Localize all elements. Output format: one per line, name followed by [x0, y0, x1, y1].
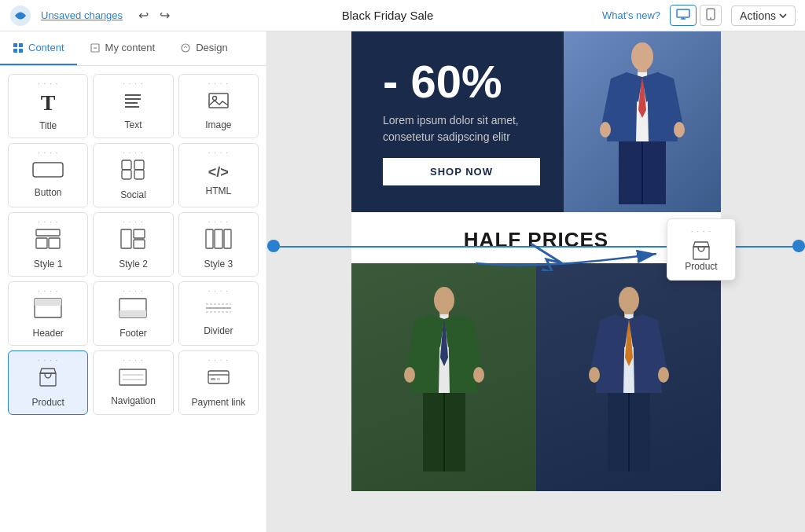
svg-rect-47	[217, 378, 220, 380]
svg-rect-31	[215, 229, 222, 248]
title-icon: T	[41, 90, 56, 116]
hero-percent: - 60%	[383, 59, 540, 105]
svg-rect-21	[134, 160, 144, 170]
panel-item-text[interactable]: · · · · Text	[93, 74, 173, 138]
svg-point-57	[404, 367, 415, 383]
panel-item-image[interactable]: · · · · Image	[178, 74, 259, 138]
floating-product-card: · · · · Product	[667, 218, 736, 281]
tab-my-content[interactable]: My content	[77, 31, 168, 65]
panel-item-header[interactable]: · · · · Header	[8, 281, 88, 346]
undo-redo-group: ↩ ↪	[135, 6, 173, 24]
suit-hero-figure	[595, 39, 689, 204]
svg-rect-24	[36, 229, 60, 236]
floating-product-icon	[690, 240, 712, 261]
topbar-right: What's new? Actions	[602, 5, 796, 26]
panel-item-style1[interactable]: · · · · Style 1	[8, 212, 88, 277]
document-title: Black Friday Sale	[182, 9, 593, 22]
panel-item-html[interactable]: · · · · </> HTML	[178, 143, 259, 207]
footer-label: Footer	[119, 328, 147, 339]
svg-rect-8	[13, 49, 17, 53]
hero-shop-button[interactable]: SHOP NOW	[383, 158, 540, 185]
dots-payment: · · · ·	[208, 356, 229, 365]
view-toggle	[670, 5, 722, 26]
panel-item-divider[interactable]: · · · · Divider	[178, 281, 259, 346]
dots-button: · · · ·	[38, 149, 58, 157]
my-content-icon	[90, 42, 101, 53]
dots-title: · · · ·	[38, 79, 58, 88]
svg-rect-26	[49, 238, 60, 248]
panel-item-button[interactable]: · · · · Button	[8, 143, 88, 207]
header-label: Header	[32, 328, 63, 339]
html-icon: </>	[208, 164, 229, 181]
dots-product: · · · ·	[38, 356, 58, 365]
panel-item-navigation[interactable]: · · · · Navigation	[93, 350, 173, 415]
panel-item-product[interactable]: · · · · Product	[8, 350, 88, 415]
style2-label: Style 2	[119, 259, 148, 270]
svg-rect-19	[33, 163, 63, 177]
svg-point-18	[212, 97, 216, 101]
svg-rect-7	[19, 43, 23, 47]
desktop-icon	[676, 9, 690, 20]
button-icon	[32, 162, 64, 182]
floating-product-label: Product	[685, 261, 717, 272]
panel-item-payment-link[interactable]: · · · · Payment link	[178, 350, 259, 415]
canvas-area[interactable]: - 60% Lorem ipsum dolor sit amet, conset…	[267, 31, 805, 532]
svg-rect-22	[122, 170, 131, 179]
product-label: Product	[31, 397, 64, 408]
svg-rect-20	[122, 160, 131, 170]
unsaved-changes-link[interactable]: Unsaved changes	[41, 9, 123, 21]
social-icon	[121, 160, 145, 185]
dots-style2: · · · ·	[123, 218, 143, 226]
svg-rect-41	[119, 369, 146, 385]
undo-button[interactable]: ↩	[135, 6, 152, 24]
divider-icon	[204, 300, 233, 321]
style1-label: Style 1	[34, 259, 63, 270]
drag-arrow	[468, 240, 672, 271]
svg-rect-46	[211, 378, 215, 380]
svg-rect-40	[40, 373, 56, 386]
tab-design[interactable]: Design	[167, 31, 240, 65]
suit-navy-figure	[586, 283, 672, 471]
style2-icon	[120, 229, 145, 254]
panel-item-title[interactable]: · · · · T Title	[8, 74, 88, 138]
design-tab-icon	[180, 42, 191, 53]
dots-style1: · · · ·	[38, 218, 58, 226]
dots-style3: · · · ·	[208, 218, 229, 226]
svg-rect-34	[35, 299, 61, 306]
svg-point-61	[619, 287, 639, 314]
tab-content[interactable]: Content	[0, 31, 77, 65]
dots-divider: · · · ·	[208, 287, 229, 295]
svg-point-63	[589, 367, 600, 383]
panel-item-footer[interactable]: · · · · Footer	[93, 281, 173, 346]
desktop-view-button[interactable]	[670, 5, 697, 26]
svg-rect-17	[209, 94, 228, 108]
suit-green-figure	[401, 283, 487, 471]
mobile-view-button[interactable]	[700, 5, 722, 26]
image-icon	[208, 91, 230, 115]
svg-rect-25	[36, 238, 47, 248]
svg-rect-32	[224, 229, 231, 248]
whats-new-link[interactable]: What's new?	[602, 9, 660, 21]
payment-link-icon	[208, 367, 230, 392]
drop-indicator-dot-left	[267, 240, 280, 252]
svg-rect-67	[693, 247, 709, 259]
tab-content-label: Content	[28, 42, 64, 53]
svg-rect-28	[134, 229, 145, 238]
main-layout: Content My content Design · · · ·	[0, 31, 805, 532]
divider-label: Divider	[204, 325, 233, 336]
actions-dropdown[interactable]: Actions	[731, 6, 796, 26]
social-label: Social	[120, 189, 146, 200]
button-label: Button	[35, 187, 62, 198]
panel-item-style2[interactable]: · · · · Style 2	[93, 212, 173, 277]
mobile-icon	[706, 8, 715, 20]
panel-item-social[interactable]: · · · · Social	[93, 143, 173, 207]
dots-text: · · · ·	[123, 79, 143, 88]
chevron-down-icon	[779, 13, 787, 18]
tab-design-label: Design	[196, 42, 227, 53]
svg-rect-30	[206, 229, 213, 248]
actions-label: Actions	[740, 9, 776, 22]
dots-html: · · · ·	[208, 149, 229, 157]
panel-item-style3[interactable]: · · · · Style 3	[178, 212, 259, 277]
product-image-green	[351, 263, 536, 491]
redo-button[interactable]: ↪	[156, 6, 173, 24]
